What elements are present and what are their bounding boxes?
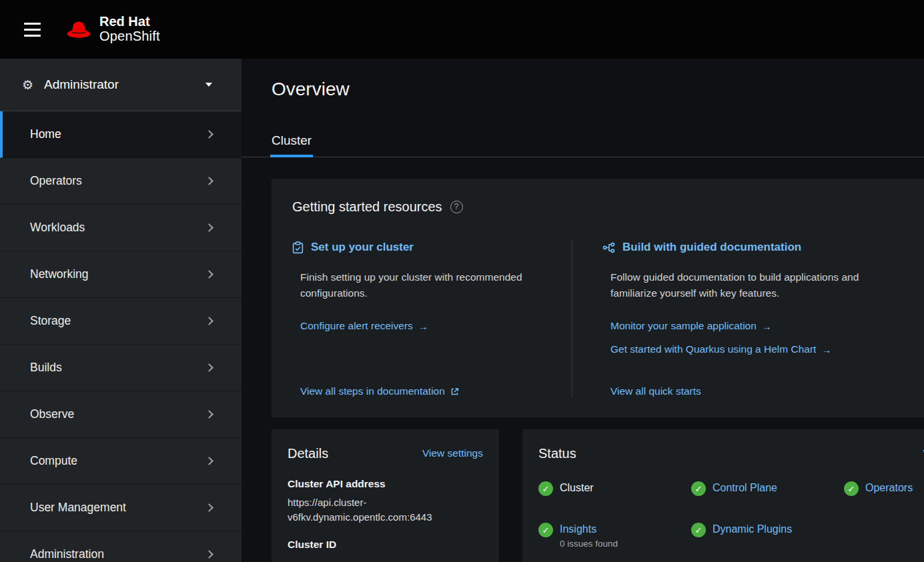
insights-issues-count: 0 issues found <box>560 539 618 549</box>
sidebar-item-operators[interactable]: Operators <box>0 158 242 205</box>
sidebar-nav-list: Home Operators Workloads Networking Stor… <box>0 111 242 562</box>
link-label: View all quick starts <box>610 385 701 397</box>
getting-started-card: Getting started resources ? Set up your … <box>272 179 924 417</box>
getting-started-header: Getting started resources ? <box>292 199 923 215</box>
arrow-right-icon: → <box>821 344 831 355</box>
link-label: Monitor your sample application <box>610 320 757 332</box>
sidebar-nav: ⚙ Administrator Home Operators Workloads… <box>0 59 242 562</box>
guided-documentation-links: Monitor your sample application → Get st… <box>610 320 923 355</box>
quarkus-helm-chart-link[interactable]: Get started with Quarkus using a Helm Ch… <box>610 343 923 355</box>
setup-cluster-heading-row: Set up your cluster <box>292 240 552 255</box>
guided-documentation-panel: Build with guided documentation Follow g… <box>572 240 923 397</box>
chevron-right-icon <box>205 457 213 465</box>
sidebar-item-home[interactable]: Home <box>0 111 242 158</box>
status-text: Dynamic Plugins <box>713 523 792 535</box>
clipboard-check-icon <box>292 241 304 254</box>
setup-cluster-panel: Set up your cluster Finish setting up yo… <box>292 240 572 397</box>
chevron-down-icon <box>205 83 212 87</box>
nav-item-label: Workloads <box>30 221 85 235</box>
link-label: Get started with Quarkus using a Helm Ch… <box>610 343 816 355</box>
cog-icon: ⚙ <box>22 77 33 93</box>
setup-cluster-heading: Set up your cluster <box>311 240 414 255</box>
brand-logo: Red Hat OpenShift <box>66 15 160 43</box>
details-header: Details View settings <box>288 445 483 461</box>
cluster-api-address-value: https://api.cluster-v6fkv.dynamic.opentl… <box>288 495 483 525</box>
tab-cluster[interactable]: Cluster <box>272 133 312 157</box>
arrow-right-icon: → <box>418 321 428 332</box>
sidebar-item-compute[interactable]: Compute <box>0 438 242 485</box>
control-plane-link[interactable]: Control Plane <box>713 481 777 494</box>
status-text: Insights 0 issues found <box>560 523 618 549</box>
arrow-right-icon: → <box>762 321 772 332</box>
dashboard-bottom-row: Details View settings Cluster API addres… <box>272 429 924 562</box>
monitor-sample-application-link[interactable]: Monitor your sample application → <box>610 320 923 332</box>
link-label: Configure alert receivers <box>300 320 413 332</box>
nav-toggle-button[interactable] <box>19 17 46 42</box>
brand-line1: Red Hat <box>99 15 160 29</box>
guided-documentation-description: Follow guided documentation to build app… <box>610 269 897 301</box>
status-text: Cluster <box>560 481 594 494</box>
getting-started-title: Getting started resources <box>292 199 442 215</box>
masthead: Red Hat OpenShift <box>0 0 924 59</box>
check-circle-icon: ✓ <box>538 523 553 537</box>
chevron-right-icon <box>205 223 213 232</box>
check-circle-icon: ✓ <box>538 481 553 496</box>
chevron-right-icon <box>205 410 213 419</box>
hamburger-bar <box>24 29 41 31</box>
nav-item-label: User Management <box>30 501 126 515</box>
view-settings-link[interactable]: View settings <box>422 447 483 459</box>
hamburger-bar <box>24 23 41 25</box>
chevron-right-icon <box>205 177 213 185</box>
cluster-api-address-label: Cluster API address <box>288 477 483 491</box>
brand-line2: OpenShift <box>99 29 160 44</box>
chevron-right-icon <box>205 550 213 559</box>
status-label-cluster: Cluster <box>560 481 594 494</box>
chevron-right-icon <box>205 130 213 139</box>
view-all-steps-link[interactable]: View all steps in documentation <box>300 385 552 397</box>
page-title: Overview <box>272 76 924 103</box>
nav-item-label: Operators <box>30 174 82 188</box>
guided-route-icon <box>602 242 615 253</box>
view-all-quick-starts-link[interactable]: View all quick starts <box>610 385 923 397</box>
chevron-right-icon <box>205 270 213 279</box>
help-icon[interactable]: ? <box>450 201 463 213</box>
nav-item-label: Administration <box>30 547 104 561</box>
sidebar-item-builds[interactable]: Builds <box>0 345 242 391</box>
sidebar-item-user-management[interactable]: User Management <box>0 485 242 531</box>
check-circle-icon: ✓ <box>691 523 706 537</box>
setup-cluster-description: Finish setting up your cluster with reco… <box>300 269 552 301</box>
status-item-operators: ✓ Operators <box>844 481 924 496</box>
perspective-switcher[interactable]: ⚙ Administrator <box>0 59 242 111</box>
dynamic-plugins-link[interactable]: Dynamic Plugins <box>713 523 792 535</box>
check-circle-icon: ✓ <box>691 481 706 496</box>
sidebar-item-administration[interactable]: Administration <box>0 531 242 562</box>
nav-item-label: Compute <box>30 454 77 468</box>
external-link-icon <box>450 387 459 396</box>
sidebar-item-networking[interactable]: Networking <box>0 251 242 298</box>
main-content: Overview Cluster Getting started resourc… <box>242 59 924 562</box>
status-text: Control Plane <box>713 481 777 494</box>
nav-item-label: Builds <box>30 361 62 375</box>
status-header: Status View alerts <box>538 445 924 461</box>
redhat-hat-icon <box>66 19 91 39</box>
chevron-right-icon <box>205 317 213 325</box>
status-item-insights: ✓ Insights 0 issues found <box>538 523 691 549</box>
sidebar-item-storage[interactable]: Storage <box>0 298 242 345</box>
tab-label: Cluster <box>272 133 312 147</box>
setup-cluster-links: Configure alert receivers → <box>300 320 552 332</box>
sidebar-item-observe[interactable]: Observe <box>0 391 242 438</box>
operators-link[interactable]: Operators <box>865 481 913 494</box>
overview-content: Getting started resources ? Set up your … <box>242 157 924 562</box>
hamburger-bar <box>24 35 41 37</box>
status-item-dynamic-plugins: ✓ Dynamic Plugins <box>691 523 844 549</box>
guided-documentation-heading: Build with guided documentation <box>622 240 801 255</box>
sidebar-item-workloads[interactable]: Workloads <box>0 205 242 251</box>
nav-item-label: Storage <box>30 314 71 328</box>
getting-started-columns: Set up your cluster Finish setting up yo… <box>292 240 923 397</box>
status-card: Status View alerts ✓ Cluster ✓ <box>522 429 924 562</box>
status-title: Status <box>538 445 576 461</box>
status-grid: ✓ Cluster ✓ Control Plane <box>538 481 924 549</box>
configure-alert-receivers-link[interactable]: Configure alert receivers → <box>300 320 552 332</box>
insights-link[interactable]: Insights <box>560 523 596 535</box>
status-item-control-plane: ✓ Control Plane <box>691 481 844 496</box>
